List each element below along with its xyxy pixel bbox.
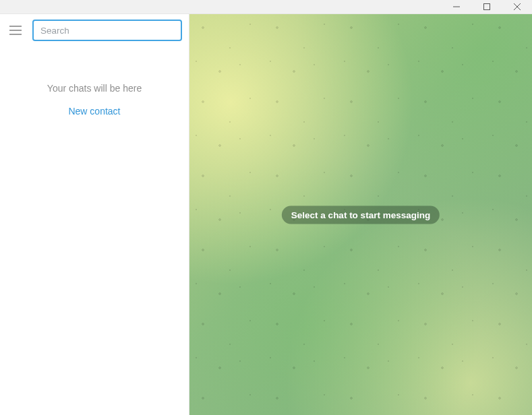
empty-chat-hint: Select a chat to start messaging: [282, 205, 440, 224]
new-contact-link[interactable]: New contact: [68, 106, 120, 117]
sidebar-content: Your chats will be here New contact: [0, 46, 189, 415]
sidebar: Your chats will be here New contact: [0, 14, 189, 415]
sidebar-topbar: [0, 14, 189, 46]
svg-rect-1: [483, 4, 490, 10]
window-close-button[interactable]: [502, 0, 532, 14]
search-input[interactable]: [32, 20, 182, 41]
main-menu-button[interactable]: [5, 20, 26, 40]
chats-hint: Your chats will be here: [0, 83, 189, 94]
close-icon: [514, 3, 521, 10]
titlebar: [0, 0, 532, 14]
hamburger-icon: [9, 26, 22, 35]
app-body: Your chats will be here New contact Sele…: [0, 14, 532, 415]
window-minimize-button[interactable]: [441, 0, 471, 14]
maximize-icon: [483, 3, 490, 10]
app-window: Your chats will be here New contact Sele…: [0, 0, 532, 415]
search-wrap: [32, 20, 182, 41]
chat-area: Select a chat to start messaging: [189, 14, 532, 415]
window-maximize-button[interactable]: [471, 0, 502, 14]
minimize-icon: [453, 3, 460, 10]
